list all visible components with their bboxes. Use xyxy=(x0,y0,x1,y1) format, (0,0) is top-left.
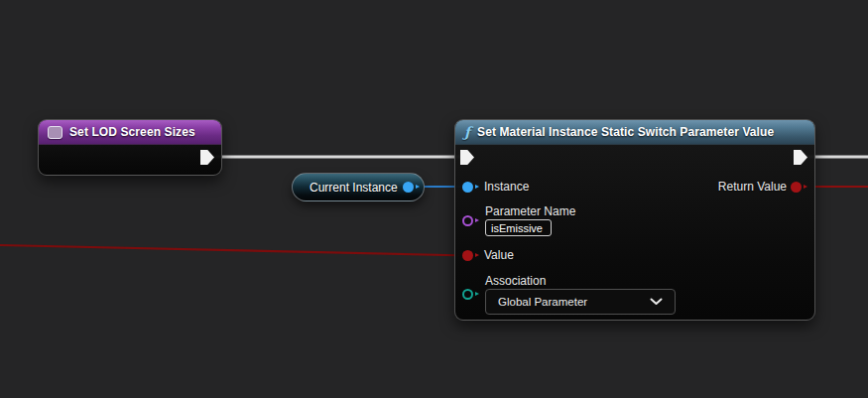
parameter-name-pin-label: Parameter Name xyxy=(485,204,575,218)
node-set-lod-screen-sizes[interactable]: Set LOD Screen Sizes xyxy=(38,119,222,176)
data-wire-value-in[interactable] xyxy=(0,245,468,256)
variable-label: Current Instance xyxy=(293,181,398,195)
value-pin-label: Value xyxy=(484,248,514,262)
node-header[interactable]: Set LOD Screen Sizes xyxy=(39,120,221,145)
association-dropdown[interactable]: Global Parameter xyxy=(485,289,676,315)
value-in-pin[interactable] xyxy=(462,250,473,261)
node-title: Set Material Instance Static Switch Para… xyxy=(477,125,774,139)
node-header[interactable]: ƒ Set Material Instance Static Switch Pa… xyxy=(455,120,814,145)
node-title: Set LOD Screen Sizes xyxy=(69,125,195,139)
blueprint-graph-canvas[interactable]: Set LOD Screen Sizes Current Instance ƒ … xyxy=(0,0,868,398)
return-value-pin-label: Return Value xyxy=(697,180,787,194)
return-value-out-pin[interactable] xyxy=(791,182,802,193)
association-pin-label: Association xyxy=(485,274,546,288)
function-icon: ƒ xyxy=(464,125,470,139)
instance-pin-label: Instance xyxy=(484,180,529,194)
object-out-pin-currentinstance[interactable] xyxy=(403,182,414,193)
parameter-name-in-pin[interactable] xyxy=(462,215,473,226)
association-dropdown-value: Global Parameter xyxy=(498,296,587,308)
association-in-pin[interactable] xyxy=(462,289,473,300)
chevron-down-icon xyxy=(650,298,663,306)
parameter-name-input[interactable] xyxy=(485,219,552,236)
instance-in-pin[interactable] xyxy=(462,182,473,193)
set-variable-icon xyxy=(48,126,62,139)
